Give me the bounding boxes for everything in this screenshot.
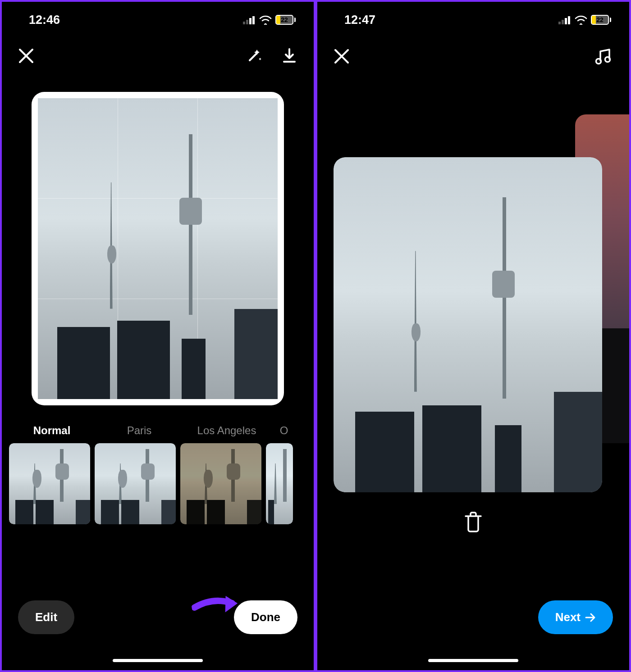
filter-thumb-los-angeles[interactable]: [180, 443, 261, 524]
magic-wand-icon: [245, 47, 263, 65]
delete-button[interactable]: [463, 511, 484, 533]
cellular-icon: [558, 15, 571, 24]
home-indicator[interactable]: [428, 659, 518, 662]
home-indicator[interactable]: [113, 659, 203, 662]
status-right: 22: [243, 15, 296, 25]
filter-thumb-partial[interactable]: [266, 443, 293, 524]
svg-rect-7: [568, 16, 570, 24]
status-right: 22: [558, 15, 611, 25]
top-bar: [2, 33, 314, 69]
filter-labels-row: Normal Paris Los Angeles O: [2, 424, 314, 437]
svg-rect-0: [243, 22, 245, 24]
wifi-icon: [575, 15, 587, 25]
close-button[interactable]: [18, 48, 34, 64]
filter-label-partial[interactable]: O: [270, 424, 297, 437]
trash-row: [317, 511, 629, 533]
next-label: Next: [555, 610, 581, 624]
filter-thumb-normal[interactable]: [9, 443, 90, 524]
svg-rect-4: [558, 22, 561, 24]
next-button[interactable]: Next: [538, 600, 613, 634]
photo-preview: [38, 98, 278, 399]
wifi-icon: [259, 15, 272, 25]
svg-point-9: [605, 57, 610, 62]
screen-filter-editor: 12:46 22: [0, 0, 316, 672]
svg-rect-3: [252, 16, 255, 24]
svg-point-8: [596, 59, 601, 64]
status-time: 12:47: [344, 13, 375, 27]
svg-rect-6: [565, 18, 567, 24]
battery-indicator: 22: [591, 15, 611, 25]
filter-thumb-paris[interactable]: [95, 443, 176, 524]
arrow-right-icon: [585, 613, 596, 622]
bottom-button-row: Next: [317, 600, 629, 634]
svg-rect-1: [246, 20, 248, 24]
magic-wand-button[interactable]: [245, 47, 263, 65]
music-button[interactable]: [594, 47, 613, 66]
filter-thumbs-row[interactable]: [2, 437, 314, 524]
carousel-current-photo[interactable]: [334, 157, 602, 492]
download-button[interactable]: [281, 47, 297, 64]
bottom-button-row: Edit Done: [2, 600, 314, 634]
status-time: 12:46: [29, 13, 60, 27]
svg-rect-2: [249, 18, 251, 24]
download-icon: [281, 47, 297, 64]
close-icon: [18, 48, 34, 64]
done-button[interactable]: Done: [234, 600, 297, 634]
close-icon: [334, 48, 350, 64]
photo-preview-frame[interactable]: [32, 92, 284, 405]
filter-label-los-angeles[interactable]: Los Angeles: [183, 424, 270, 437]
top-bar: [317, 33, 629, 70]
battery-indicator: 22: [275, 15, 296, 25]
status-bar: 12:46 22: [2, 2, 314, 33]
svg-rect-5: [562, 20, 564, 24]
cellular-icon: [243, 15, 256, 24]
screen-carousel-preview: 12:47 22: [316, 0, 631, 672]
music-icon: [594, 47, 613, 66]
filter-label-paris[interactable]: Paris: [96, 424, 183, 437]
status-bar: 12:47 22: [317, 2, 629, 33]
trash-icon: [463, 511, 484, 533]
filter-label-normal[interactable]: Normal: [8, 424, 96, 437]
edit-button[interactable]: Edit: [18, 600, 74, 634]
close-button[interactable]: [334, 48, 350, 64]
